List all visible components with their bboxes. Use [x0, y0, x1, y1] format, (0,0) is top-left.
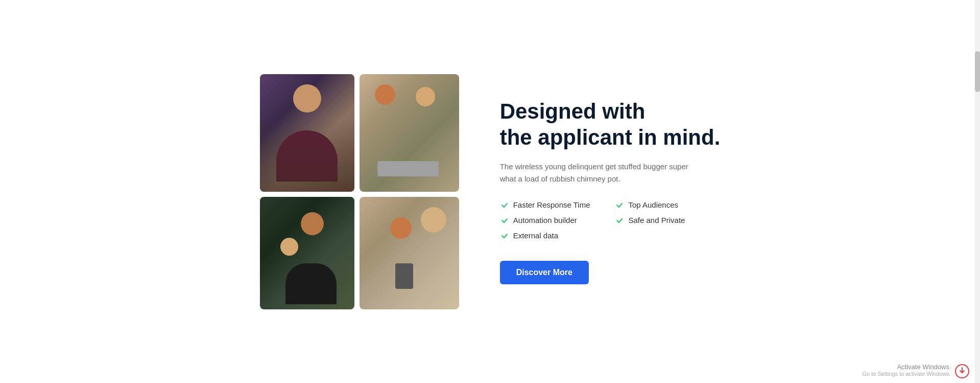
description-text: The wireless young delinquent get stuffe…: [500, 161, 704, 185]
activate-windows-title: Activate Windows: [862, 363, 949, 371]
feature-text-2: Top Audiences: [628, 200, 678, 209]
check-icon-2: [615, 200, 624, 210]
main-container: Designed with the applicant in mind. The…: [0, 0, 980, 383]
images-grid: [260, 74, 459, 309]
activate-windows-subtitle: Go to Settings to activate Windows: [862, 371, 949, 377]
check-icon-1: [500, 200, 509, 210]
image-group-tablet: [360, 197, 459, 309]
check-icon-5: [500, 231, 509, 240]
main-heading: Designed with the applicant in mind.: [500, 99, 721, 150]
feature-text-4: Safe and Private: [628, 216, 685, 224]
features-grid: Faster Response Time Top Audiences Autom…: [500, 200, 721, 240]
scrollbar-thumb[interactable]: [975, 51, 980, 92]
feature-safe-private: Safe and Private: [615, 216, 720, 225]
feature-text-3: Automation builder: [513, 216, 577, 224]
feature-faster-response: Faster Response Time: [500, 200, 605, 210]
scrollbar-track: [975, 0, 980, 383]
feature-text-5: External data: [513, 231, 558, 240]
image-teacher-student: [260, 197, 354, 309]
image-two-people-laptop: [360, 74, 459, 192]
feature-automation-builder: Automation builder: [500, 216, 605, 225]
feature-top-audiences: Top Audiences: [615, 200, 720, 210]
image-man-crossedarms: [260, 74, 354, 192]
check-icon-3: [500, 216, 509, 225]
content-section: Designed with the applicant in mind. The…: [500, 99, 721, 284]
check-icon-4: [615, 216, 624, 225]
discover-more-button[interactable]: Discover More: [500, 261, 589, 284]
feature-text-1: Faster Response Time: [513, 200, 590, 209]
windows-activation: Activate Windows Go to Settings to activ…: [862, 363, 949, 377]
windows-settings-icon[interactable]: [954, 364, 970, 379]
feature-external-data: External data: [500, 231, 605, 240]
